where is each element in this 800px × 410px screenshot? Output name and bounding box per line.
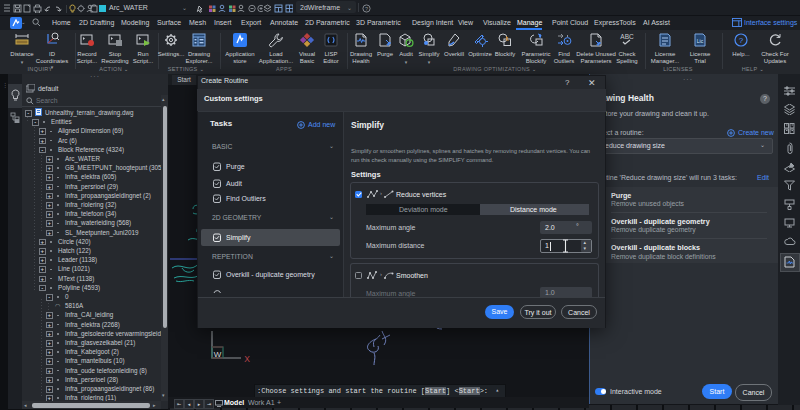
svg-text:?: ? [365,5,368,11]
svg-text:ABC: ABC [620,33,634,40]
svg-text:Lic: Lic [697,38,704,44]
svg-text:W: W [214,350,222,359]
svg-text:?: ? [739,36,744,45]
svg-text:X: X [244,354,250,364]
